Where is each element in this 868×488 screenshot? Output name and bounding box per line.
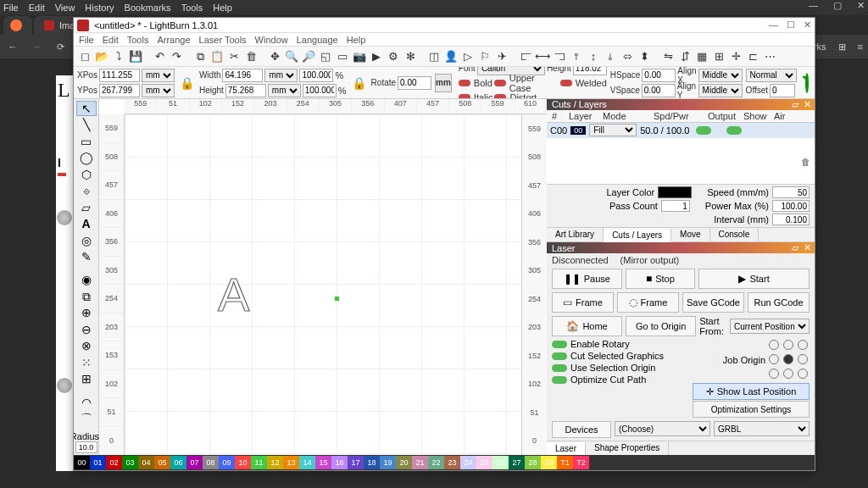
- undo-icon[interactable]: ↶: [152, 49, 167, 64]
- firefox-tab[interactable]: [3, 16, 32, 35]
- menu-bookmarks[interactable]: Bookmarks: [125, 3, 171, 13]
- color-swatch[interactable]: 27: [509, 456, 525, 469]
- cuts-layers-title[interactable]: Cuts / Layers ▱✕: [547, 99, 815, 110]
- align-middle-icon[interactable]: ↕: [586, 49, 601, 64]
- camera-icon[interactable]: 📷: [352, 49, 367, 64]
- forward-icon[interactable]: →: [29, 42, 44, 52]
- frame-rubber-button[interactable]: ◌Frame: [617, 292, 679, 313]
- canvas-text-object[interactable]: A: [218, 267, 249, 322]
- delete-icon[interactable]: 🗑: [243, 49, 259, 64]
- rectangle-tool[interactable]: ▭: [76, 134, 97, 148]
- zoom-out-icon[interactable]: 🔎: [301, 49, 316, 64]
- zoom-sel-icon[interactable]: ▭: [335, 49, 350, 64]
- dock-icon[interactable]: ⊏: [745, 49, 760, 64]
- show-last-position-button[interactable]: ✛Show Last Position: [693, 383, 810, 400]
- color-swatch[interactable]: 17: [348, 456, 364, 469]
- window-max-icon[interactable]: ▢: [833, 0, 842, 11]
- mirror-h-icon[interactable]: ⇋: [660, 49, 676, 64]
- welded-toggle[interactable]: Welded: [560, 78, 607, 88]
- zoom-in-icon[interactable]: 🔍: [284, 49, 299, 64]
- app-min-icon[interactable]: —: [769, 19, 778, 30]
- menu-arrange[interactable]: Arrange: [157, 35, 190, 45]
- undock-icon[interactable]: ▱: [792, 99, 798, 110]
- close-panel-icon[interactable]: ✕: [804, 99, 811, 110]
- reload-icon[interactable]: ⟳: [53, 42, 68, 53]
- trash-icon[interactable]: 🗑: [801, 157, 813, 169]
- radius-input[interactable]: [75, 441, 97, 453]
- tab-console[interactable]: Console: [710, 228, 760, 241]
- color-swatch[interactable]: 22: [428, 456, 444, 469]
- color-swatch[interactable]: 04: [138, 456, 154, 469]
- canvas-grid[interactable]: A: [125, 114, 547, 455]
- array-tool[interactable]: ⁙: [76, 355, 97, 369]
- home-button[interactable]: 🏠Home: [552, 316, 622, 336]
- xpos-unit[interactable]: mm: [142, 69, 175, 82]
- cut-icon[interactable]: ✂: [226, 49, 242, 64]
- firmware-select[interactable]: GRBL: [714, 421, 810, 436]
- polygon-tool[interactable]: ⬡: [76, 167, 97, 181]
- aspect-lock-icon[interactable]: 🔒: [350, 76, 368, 90]
- speed-input[interactable]: [772, 186, 810, 198]
- tab-cuts-layers[interactable]: Cuts / Layers: [604, 229, 671, 242]
- undock-icon[interactable]: ▱: [792, 242, 798, 253]
- redo-icon[interactable]: ↷: [169, 49, 184, 64]
- distribute-h-icon[interactable]: ⬄: [620, 49, 635, 64]
- menu-help[interactable]: Help: [213, 3, 232, 13]
- height-input[interactable]: [225, 84, 266, 97]
- menu-edit[interactable]: Edit: [103, 35, 119, 45]
- height-unit[interactable]: mm: [268, 84, 301, 97]
- pan-icon[interactable]: ✥: [267, 49, 282, 64]
- import-icon[interactable]: ⤵: [111, 49, 126, 64]
- color-swatch[interactable]: 07: [186, 456, 203, 469]
- align-left-icon[interactable]: ⫍: [518, 49, 533, 64]
- menu-laser-tools[interactable]: Laser Tools: [199, 35, 247, 45]
- color-swatch[interactable]: 21: [412, 456, 428, 469]
- color-swatch[interactable]: 25: [476, 456, 492, 469]
- menu-tools[interactable]: Tools: [181, 3, 203, 13]
- color-swatch[interactable]: 15: [315, 456, 331, 469]
- extensions-icon[interactable]: ⊞: [838, 42, 846, 53]
- back-icon[interactable]: ←: [5, 42, 20, 52]
- devices-button[interactable]: Devices: [552, 421, 611, 438]
- color-swatch[interactable]: T1: [557, 456, 573, 469]
- snap-icon[interactable]: ✛: [728, 49, 743, 64]
- refresh-icon[interactable]: [805, 73, 809, 93]
- text-mode-select[interactable]: Normal: [746, 69, 797, 82]
- bool-union-tool[interactable]: ⊕: [76, 306, 97, 320]
- start-button[interactable]: ▶Start: [698, 269, 810, 289]
- layer-row[interactable]: C00 00 Fill 50.0 / 100.0: [547, 123, 815, 138]
- menu-edit[interactable]: Edit: [29, 3, 45, 13]
- menu-help[interactable]: Help: [347, 35, 366, 45]
- vspace-input[interactable]: [642, 84, 676, 97]
- ypos-input[interactable]: [99, 84, 140, 97]
- distort-toggle[interactable]: Distort: [494, 92, 537, 100]
- power-max-input[interactable]: [772, 200, 810, 212]
- menu-language[interactable]: Language: [297, 35, 338, 45]
- color-swatch[interactable]: 16: [331, 456, 348, 469]
- bool-intersect-tool[interactable]: ⊗: [76, 339, 97, 353]
- job-origin-grid[interactable]: [769, 340, 810, 380]
- color-swatch[interactable]: 20: [396, 456, 412, 469]
- laser-panel-title[interactable]: Laser ▱✕: [547, 242, 815, 253]
- menu-file[interactable]: File: [79, 35, 94, 45]
- enable-rotary-toggle[interactable]: [552, 341, 567, 348]
- paste-icon[interactable]: 📋: [209, 49, 225, 64]
- stop-button[interactable]: ■Stop: [626, 269, 696, 289]
- align-page-icon[interactable]: ▦: [694, 49, 709, 64]
- draw-line-tool[interactable]: ╲: [76, 118, 97, 132]
- color-swatch[interactable]: 02: [106, 456, 122, 469]
- use-selection-origin-toggle[interactable]: [552, 364, 567, 372]
- width-pct-input[interactable]: [299, 69, 333, 82]
- width-unit[interactable]: mm: [264, 69, 298, 82]
- tab-laser[interactable]: Laser: [547, 442, 586, 455]
- tab-shape-properties[interactable]: Shape Properties: [586, 441, 669, 455]
- align-top-icon[interactable]: ⫯: [569, 49, 584, 64]
- bold-toggle[interactable]: Bold: [459, 78, 492, 88]
- unit-toggle-button[interactable]: mm: [435, 74, 452, 92]
- optimization-settings-button[interactable]: Optimization Settings: [693, 401, 810, 418]
- window-close-icon[interactable]: ✕: [857, 0, 865, 11]
- color-swatch[interactable]: 29: [541, 456, 557, 469]
- italic-toggle[interactable]: Italic: [459, 92, 493, 100]
- title-bar[interactable]: <untitled> * - LightBurn 1.3.01 — ☐ ✕: [74, 18, 815, 33]
- play-icon[interactable]: ▷: [460, 49, 476, 64]
